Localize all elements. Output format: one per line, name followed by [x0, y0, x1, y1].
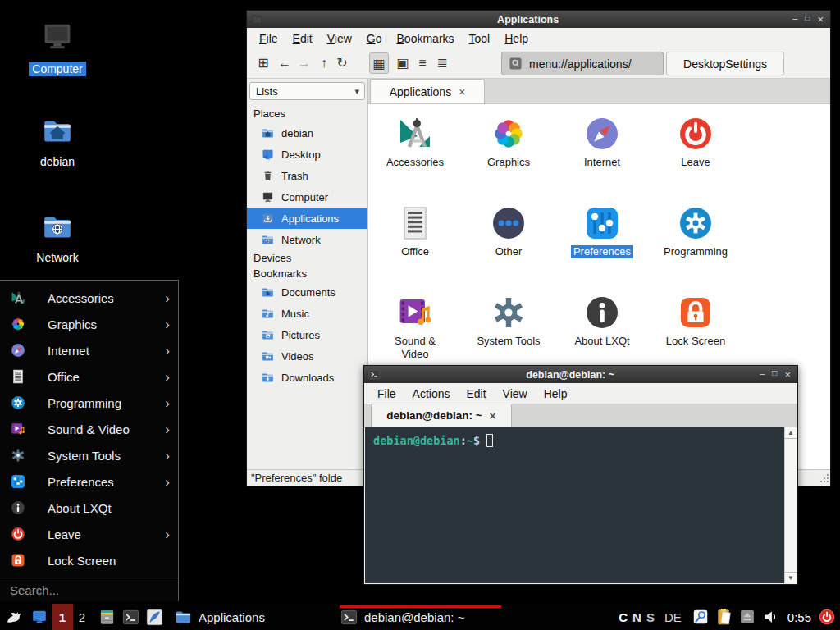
maximize-button[interactable]: □ — [805, 14, 810, 25]
app-icon-other[interactable]: Other — [462, 203, 555, 293]
menu-item-graphics[interactable]: Graphics › — [0, 311, 178, 337]
back-icon[interactable]: ← — [275, 52, 294, 74]
sidebar-item-network[interactable]: Network — [247, 229, 368, 250]
app-icon-programming[interactable]: Programming — [649, 203, 742, 293]
forward-icon[interactable]: → — [294, 52, 314, 74]
menu-edit[interactable]: Edit — [285, 30, 320, 48]
kbd-num-indicator[interactable]: N — [632, 610, 641, 624]
app-icon-office[interactable]: Office — [368, 203, 462, 293]
workspace-2-button[interactable]: 2 — [73, 604, 91, 630]
menu-item-about-lxqt[interactable]: About LXQt — [0, 495, 178, 521]
up-icon[interactable]: ↑ — [314, 52, 334, 74]
sidebar-item-downloads[interactable]: Downloads — [247, 367, 368, 388]
fm-titlebar[interactable]: Applications – □ × — [247, 11, 830, 28]
desktop-icon-debian[interactable]: debian — [21, 114, 94, 169]
menu-edit[interactable]: Edit — [458, 385, 494, 403]
menu-file[interactable]: File — [369, 385, 404, 403]
menu-item-leave[interactable]: Leave › — [0, 521, 178, 547]
fm-sidebar: Lists ▾ Places debian Desktop Tr — [247, 79, 368, 469]
menu-item-accessories[interactable]: Accessories › — [0, 285, 178, 311]
keyboard-layout-indicator[interactable]: DE — [664, 610, 682, 624]
refresh-icon[interactable]: ↻ — [332, 52, 352, 74]
sidebar-item-videos[interactable]: Videos — [247, 345, 368, 367]
task-applications[interactable]: Applications — [174, 604, 335, 630]
sidebar-item-debian[interactable]: debian — [247, 122, 368, 144]
sidebar-mode-select[interactable]: Lists ▾ — [249, 82, 365, 100]
terminal-launcher[interactable] — [121, 608, 140, 627]
menu-view[interactable]: View — [495, 385, 536, 403]
terminal-scrollbar[interactable]: ▲ ▼ — [784, 427, 797, 583]
workspace-1-button[interactable]: 1 — [52, 604, 73, 630]
tab-applications[interactable]: Applications × — [370, 79, 485, 103]
clock[interactable]: 0:55 — [788, 610, 811, 624]
scroll-up-icon[interactable]: ▲ — [785, 427, 797, 439]
sidebar-item-documents[interactable]: Documents — [247, 281, 368, 303]
menu-item-preferences[interactable]: Preferences › — [0, 468, 178, 495]
menu-help[interactable]: Help — [536, 385, 576, 403]
sidebar-item-computer[interactable]: Computer — [247, 186, 368, 208]
volume-icon[interactable] — [762, 608, 780, 626]
menu-item-programming[interactable]: Programming › — [0, 390, 178, 416]
desktop-icon-computer[interactable]: Computer — [21, 18, 94, 76]
kbd-caps-indicator[interactable]: C — [619, 610, 628, 624]
sidebar-item-pictures[interactable]: Pictures — [247, 324, 368, 345]
sidebar-item-desktop[interactable]: Desktop — [247, 144, 368, 165]
menu-item-system-tools[interactable]: System Tools › — [0, 442, 178, 468]
terminal-titlebar[interactable]: debian@debian: ~ – □ × — [364, 366, 797, 383]
menu-item-sound-video[interactable]: Sound & Video › — [0, 416, 178, 442]
file-manager-launcher[interactable] — [98, 608, 116, 627]
menu-go[interactable]: Go — [359, 30, 390, 48]
menu-actions[interactable]: Actions — [404, 385, 459, 403]
close-button[interactable]: × — [817, 14, 824, 25]
minimize-button[interactable]: – — [760, 369, 765, 380]
maximize-button[interactable]: □ — [772, 369, 777, 380]
task-terminal[interactable]: debian@debian: ~ — [340, 604, 500, 630]
screenshot-tray-icon[interactable] — [692, 608, 710, 626]
path-segment-desktopsettings[interactable]: DesktopSettings — [666, 52, 784, 75]
menu-item-office[interactable]: Office › — [0, 363, 178, 390]
text-editor-launcher[interactable] — [145, 608, 164, 627]
tab-debian[interactable]: debian@debian: ~ × — [371, 404, 512, 427]
sidebar-item-music[interactable]: Music — [247, 303, 368, 324]
thumbnail-view-icon[interactable]: ▣ — [393, 52, 413, 74]
power-icon — [10, 526, 26, 542]
sidebar-item-label: Music — [281, 308, 309, 320]
power-button[interactable] — [818, 608, 836, 626]
show-desktop-button[interactable] — [30, 608, 49, 626]
path-segment-current[interactable]: menu://applications/ — [501, 52, 664, 75]
menu-view[interactable]: View — [320, 30, 359, 48]
menu-bookmarks[interactable]: Bookmarks — [390, 30, 462, 48]
scroll-down-icon[interactable]: ▼ — [785, 572, 797, 583]
home-folder-icon — [261, 126, 275, 140]
app-icon-graphics[interactable]: Graphics — [462, 114, 555, 203]
sidebar-item-trash[interactable]: Trash — [247, 165, 368, 186]
menu-file[interactable]: File — [252, 30, 285, 48]
tab-close-icon[interactable]: × — [490, 410, 496, 422]
detailed-view-icon[interactable]: ≣ — [432, 52, 452, 74]
menu-tool[interactable]: Tool — [462, 30, 498, 48]
minimize-button[interactable]: – — [792, 14, 797, 25]
kbd-scroll-indicator[interactable]: S — [646, 610, 655, 624]
menu-item-internet[interactable]: Internet › — [0, 337, 178, 363]
terminal-screen[interactable]: debian@debian:~$ ▲ ▼ — [365, 427, 797, 583]
clipboard-tray-icon[interactable] — [714, 607, 734, 627]
close-button[interactable]: × — [784, 369, 791, 380]
desktop-icon-network[interactable]: Network — [21, 210, 94, 265]
icon-view-icon[interactable]: ▦ — [369, 52, 389, 74]
new-tab-icon[interactable]: ⊞ — [253, 52, 273, 74]
sidebar-item-label: Desktop — [281, 148, 321, 161]
compact-view-icon[interactable]: ≡ — [413, 52, 432, 74]
app-icon-leave[interactable]: Leave — [649, 114, 742, 203]
search-input[interactable] — [0, 578, 178, 602]
main-menu-button[interactable] — [3, 607, 25, 627]
removable-media-icon[interactable] — [739, 609, 756, 625]
tab-close-icon[interactable]: × — [459, 86, 465, 98]
preferences-icon — [10, 473, 26, 490]
menu-help[interactable]: Help — [497, 30, 536, 48]
sidebar-item-applications[interactable]: Applications — [247, 208, 368, 229]
app-icon-preferences[interactable]: Preferences — [555, 203, 649, 293]
menu-item-lock-screen[interactable]: Lock Screen — [0, 547, 178, 573]
app-icon-accessories[interactable]: Accessories — [368, 114, 462, 203]
app-icon-internet[interactable]: Internet — [555, 114, 649, 203]
resize-grip[interactable] — [819, 474, 829, 484]
